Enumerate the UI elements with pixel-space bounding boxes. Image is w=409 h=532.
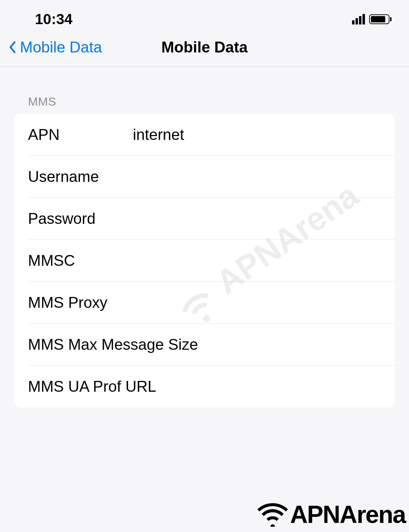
row-label-apn: APN: [28, 126, 133, 143]
row-apn[interactable]: APN internet: [14, 114, 395, 156]
cellular-signal-icon: [352, 14, 365, 24]
wifi-icon: [257, 502, 288, 527]
row-mms-proxy[interactable]: MMS Proxy: [14, 282, 395, 324]
row-label-mmsc: MMSC: [28, 252, 133, 269]
row-username[interactable]: Username: [14, 156, 395, 198]
back-button-label: Mobile Data: [20, 38, 102, 56]
row-label-password: Password: [28, 210, 133, 227]
section-header-mms: MMS: [14, 95, 395, 114]
row-label-mms-proxy: MMS Proxy: [28, 294, 133, 311]
page-title: Mobile Data: [162, 38, 248, 56]
row-mms-ua-prof[interactable]: MMS UA Prof URL: [14, 366, 395, 407]
row-value-apn[interactable]: internet: [133, 126, 381, 143]
back-button[interactable]: Mobile Data: [9, 38, 102, 56]
footer-brand: APNArena: [257, 501, 406, 529]
row-password[interactable]: Password: [14, 198, 395, 240]
navigation-bar: Mobile Data Mobile Data: [0, 33, 409, 67]
row-label-mms-ua-prof: MMS UA Prof URL: [28, 378, 204, 395]
status-time: 10:34: [35, 11, 72, 28]
row-label-username: Username: [28, 168, 133, 185]
status-bar: 10:34: [0, 0, 409, 33]
settings-group: APN internet Username Password MMSC MMS …: [14, 114, 395, 407]
row-mmsc[interactable]: MMSC: [14, 240, 395, 282]
footer-brand-text: APNArena: [290, 501, 406, 529]
status-indicators: [352, 14, 392, 24]
battery-icon: [369, 14, 392, 24]
chevron-left-icon: [9, 41, 16, 54]
row-label-mms-max-size: MMS Max Message Size: [28, 336, 204, 353]
row-mms-max-size[interactable]: MMS Max Message Size: [14, 324, 395, 366]
